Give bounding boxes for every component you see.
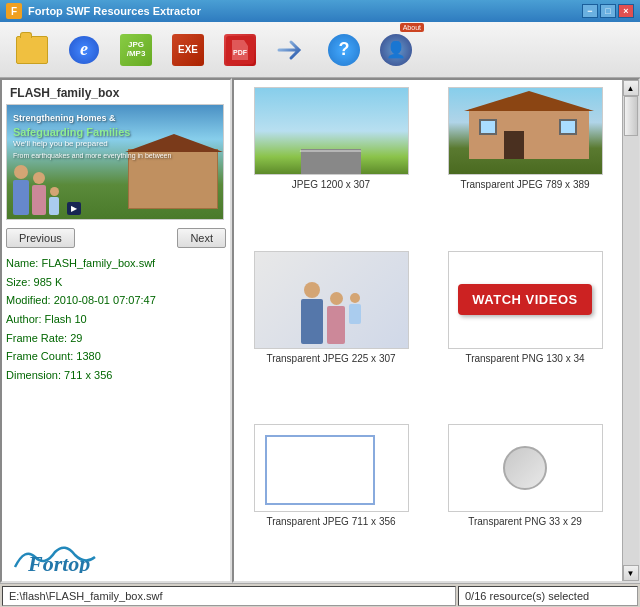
convert-icon	[276, 34, 308, 66]
thumb1-label: JPEG 1200 x 307	[292, 179, 370, 190]
thumbnail-6[interactable]: Transparent PNG 33 x 29	[428, 417, 622, 581]
figure2	[327, 292, 345, 344]
toolbar: e JPG/MP3 EXE PDF	[0, 22, 640, 78]
svg-text:PDF: PDF	[233, 49, 248, 56]
jpg-mp3-button[interactable]: JPG/MP3	[112, 27, 160, 73]
figure3	[349, 293, 361, 324]
thumb2-door	[504, 131, 524, 159]
right-container: JPEG 1200 x 307 Transparent JPEG 789 x 3…	[232, 78, 640, 583]
main-content: FLASH_family_box Strengthening Homes & S…	[0, 78, 640, 583]
fortop-logo: Fortop	[6, 529, 226, 577]
thumb5-image	[254, 424, 409, 512]
figure-adult-male	[13, 165, 29, 215]
logo-svg: Fortop	[10, 537, 110, 573]
preview-image: Strengthening Homes & Safeguarding Famil…	[6, 104, 224, 220]
thumb2-label: Transparent JPEG 789 x 389	[460, 179, 589, 190]
body3	[349, 304, 361, 324]
play-button: ▶	[67, 202, 81, 215]
thumb6-image	[448, 424, 603, 512]
file-title: FLASH_family_box	[6, 84, 226, 104]
thumb3-image	[254, 251, 409, 349]
maximize-button[interactable]: □	[600, 4, 616, 18]
help-icon: ?	[328, 34, 360, 66]
thumb2-window2	[559, 119, 577, 135]
open-folder-button[interactable]	[8, 27, 56, 73]
scroll-track[interactable]	[623, 96, 639, 565]
thumbnail-grid: JPEG 1200 x 307 Transparent JPEG 789 x 3…	[234, 80, 622, 581]
file-framerate-row: Frame Rate: 29	[6, 329, 226, 348]
svg-text:Fortop: Fortop	[27, 551, 90, 573]
close-button[interactable]: ×	[618, 4, 634, 18]
next-button[interactable]: Next	[177, 228, 226, 248]
thumb1-road	[301, 149, 361, 174]
thumbnail-4[interactable]: WATCH VIDEOS Transparent PNG 130 x 34	[428, 244, 622, 418]
scroll-up-button[interactable]: ▲	[623, 80, 639, 96]
thumbnail-3[interactable]: Transparent JPEG 225 x 307	[234, 244, 428, 418]
pdf-button[interactable]: PDF	[216, 27, 264, 73]
file-author-row: Author: Flash 10	[6, 310, 226, 329]
scrollbar[interactable]: ▲ ▼	[622, 80, 638, 581]
jpg-mp3-icon: JPG/MP3	[120, 34, 152, 66]
head1	[304, 282, 320, 298]
title-bar: F Fortop SWF Resources Extractor − □ ×	[0, 0, 640, 22]
thumb4-image: WATCH VIDEOS	[448, 251, 603, 349]
svg-text:F: F	[11, 6, 17, 17]
flash-exe-icon: EXE	[172, 34, 204, 66]
thumbnail-2[interactable]: Transparent JPEG 789 x 389	[428, 80, 622, 244]
family-figures	[301, 252, 361, 348]
file-info: Name: FLASH_family_box.swf Size: 985 K M…	[6, 252, 226, 387]
pdf-icon: PDF	[224, 34, 256, 66]
thumb1-image	[254, 87, 409, 175]
convert-button[interactable]	[268, 27, 316, 73]
ie-icon: e	[68, 34, 100, 66]
file-dimension-row: Dimension: 711 x 356	[6, 366, 226, 385]
preview-text: Strengthening Homes & Safeguarding Famil…	[13, 113, 171, 160]
figure-baby	[49, 187, 59, 215]
thumb5-rect	[265, 435, 375, 505]
file-modified-row: Modified: 2010-08-01 07:07:47	[6, 291, 226, 310]
nav-buttons: Previous Next	[6, 228, 226, 248]
window-title: Fortop SWF Resources Extractor	[28, 5, 201, 17]
folder-icon	[16, 34, 48, 66]
about-button[interactable]: 👤	[372, 27, 420, 73]
scroll-down-button[interactable]: ▼	[623, 565, 639, 581]
about-badge: About	[400, 23, 424, 32]
file-name-row: Name: FLASH_family_box.swf	[6, 254, 226, 273]
thumbnail-5[interactable]: Transparent JPEG 711 x 356	[234, 417, 428, 581]
help-button[interactable]: ?	[320, 27, 368, 73]
status-bar: E:\flash\FLASH_family_box.swf 0/16 resou…	[0, 583, 640, 607]
thumb2-roof	[464, 91, 594, 111]
status-count: 0/16 resource(s) selected	[458, 586, 638, 606]
left-panel: FLASH_family_box Strengthening Homes & S…	[0, 78, 232, 583]
user-icon: 👤	[380, 34, 412, 66]
scroll-thumb[interactable]	[624, 96, 638, 136]
thumb2-window	[479, 119, 497, 135]
window-controls: − □ ×	[582, 4, 634, 18]
head3	[350, 293, 360, 303]
file-framecount-row: Frame Count: 1380	[6, 347, 226, 366]
figure-adult-female	[32, 172, 46, 215]
thumb3-label: Transparent JPEG 225 x 307	[266, 353, 395, 364]
watch-videos-button-preview: WATCH VIDEOS	[458, 284, 591, 315]
thumb6-label: Transparent PNG 33 x 29	[468, 516, 582, 527]
thumb4-label: Transparent PNG 130 x 34	[465, 353, 584, 364]
app-icon: F	[6, 3, 22, 19]
file-size-row: Size: 985 K	[6, 273, 226, 292]
preview-family	[13, 165, 59, 215]
thumb6-circle	[503, 446, 547, 490]
previous-button[interactable]: Previous	[6, 228, 75, 248]
open-ie-button[interactable]: e	[60, 27, 108, 73]
thumb5-label: Transparent JPEG 711 x 356	[266, 516, 395, 527]
thumb1-horizon	[300, 150, 362, 152]
thumb2-house	[469, 109, 589, 159]
body2	[327, 306, 345, 344]
head2	[330, 292, 343, 305]
thumb2-image	[448, 87, 603, 175]
thumbnail-1[interactable]: JPEG 1200 x 307	[234, 80, 428, 244]
flash-exe-button[interactable]: EXE	[164, 27, 212, 73]
body1	[301, 299, 323, 344]
status-path: E:\flash\FLASH_family_box.swf	[2, 586, 456, 606]
figure1	[301, 282, 323, 344]
minimize-button[interactable]: −	[582, 4, 598, 18]
